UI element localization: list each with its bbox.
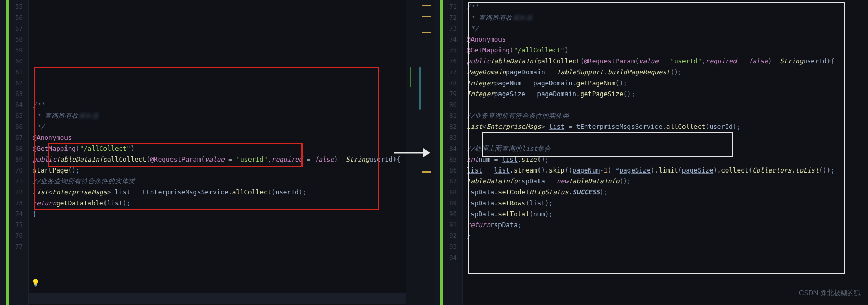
code-line[interactable] xyxy=(467,252,868,263)
line-number: 89 xyxy=(434,197,457,208)
code-line[interactable] xyxy=(467,132,868,143)
code-line[interactable] xyxy=(33,88,434,99)
line-number: 76 xyxy=(0,230,23,241)
code-line[interactable]: /** xyxy=(33,99,434,110)
code-line[interactable]: @Anonymous xyxy=(467,34,868,45)
line-number: 76 xyxy=(434,56,457,67)
code-line[interactable]: } xyxy=(467,230,868,241)
code-line[interactable]: startPage(); xyxy=(33,165,434,176)
code-line[interactable]: //处理上面查询的list集合 xyxy=(467,143,868,154)
line-number: 80 xyxy=(434,99,457,110)
code-line[interactable]: Integer pageSize = pageDomain.getPageSiz… xyxy=(467,88,868,99)
svg-marker-1 xyxy=(423,148,430,157)
line-number: 85 xyxy=(434,154,457,165)
code-line[interactable]: } xyxy=(33,208,434,219)
line-number: 68 xyxy=(0,143,23,154)
code-line[interactable] xyxy=(467,99,868,110)
right-editor-panel: 7172737475767778798081828384858687888990… xyxy=(434,0,868,305)
code-line[interactable]: * 查询所有收藏标题 xyxy=(33,110,434,121)
arrow-icon xyxy=(394,145,430,161)
line-number: 72 xyxy=(0,187,23,197)
line-number: 93 xyxy=(434,241,457,252)
line-number: 56 xyxy=(0,12,23,23)
code-line[interactable] xyxy=(33,263,434,274)
intention-bulb-icon[interactable]: 💡 xyxy=(31,279,40,287)
right-code-area[interactable]: /** * 查询所有收藏标题 */ @Anonymous @GetMapping… xyxy=(463,0,868,305)
vcs-change-stripe xyxy=(440,0,443,305)
code-line[interactable] xyxy=(33,67,434,77)
code-line[interactable] xyxy=(33,219,434,230)
code-line[interactable]: public TableDataInfo allCollect(@Request… xyxy=(33,154,434,165)
line-number: 79 xyxy=(434,88,457,99)
line-number: 64 xyxy=(0,99,23,110)
left-gutter: 5556575859606162636465666768697071727374… xyxy=(0,0,29,305)
code-line[interactable]: rspData.setTotal(num); xyxy=(467,208,868,219)
line-number: 61 xyxy=(0,67,23,77)
code-line[interactable]: PageDomain pageDomain = TableSupport.bui… xyxy=(467,67,868,77)
line-number: 83 xyxy=(434,132,457,143)
watermark: CSDN @北极糊的狐 xyxy=(799,288,861,298)
code-line[interactable] xyxy=(33,77,434,88)
code-line[interactable]: //业务查询所有符合条件的实体类 xyxy=(467,110,868,121)
code-line[interactable]: TableDataInfo rspData = new TableDataInf… xyxy=(467,176,868,187)
right-gutter: 7172737475767778798081828384858687888990… xyxy=(434,0,463,305)
line-number: 60 xyxy=(0,56,23,67)
line-number: 72 xyxy=(434,12,457,23)
code-line[interactable] xyxy=(33,241,434,252)
code-line[interactable]: @GetMapping("/allCollect") xyxy=(33,143,434,154)
line-number: 87 xyxy=(434,176,457,187)
current-line-highlight xyxy=(29,293,434,304)
code-line[interactable]: * 查询所有收藏标题 xyxy=(467,12,868,23)
line-number: 78 xyxy=(434,77,457,88)
code-line[interactable]: list = list.stream().skip((pageNum - 1) … xyxy=(467,165,868,176)
code-line[interactable] xyxy=(33,230,434,241)
code-line[interactable]: List<EnterpriseMsgs> list = tEnterpriseM… xyxy=(467,121,868,132)
left-editor-panel: 5556575859606162636465666768697071727374… xyxy=(0,0,434,305)
line-number: 81 xyxy=(434,110,457,121)
code-line[interactable] xyxy=(33,34,434,45)
left-code-area[interactable]: /** * 查询所有收藏标题 */ @Anonymous @GetMapping… xyxy=(29,0,434,305)
line-number: 71 xyxy=(0,176,23,187)
code-line[interactable]: Integer pageNum = pageDomain.getPageNum(… xyxy=(467,77,868,88)
line-number: 84 xyxy=(434,143,457,154)
line-number: 74 xyxy=(434,34,457,45)
line-number: 59 xyxy=(0,45,23,56)
line-number: 57 xyxy=(0,23,23,34)
line-number: 67 xyxy=(0,132,23,143)
line-number: 86 xyxy=(434,165,457,176)
code-line[interactable]: //业务查询所有符合条件的实体类 xyxy=(33,176,434,187)
code-line[interactable]: rspData.setRows(list); xyxy=(467,197,868,208)
code-line[interactable]: */ xyxy=(33,121,434,132)
code-line[interactable]: @Anonymous xyxy=(33,132,434,143)
line-number: 73 xyxy=(434,23,457,34)
line-number: 55 xyxy=(0,1,23,12)
line-number: 63 xyxy=(0,88,23,99)
line-number: 71 xyxy=(434,1,457,12)
line-number: 58 xyxy=(0,34,23,45)
line-number: 77 xyxy=(0,241,23,252)
code-line[interactable]: return rspData; xyxy=(467,219,868,230)
code-line[interactable] xyxy=(33,45,434,56)
line-number: 75 xyxy=(0,219,23,230)
line-number: 90 xyxy=(434,208,457,219)
code-line[interactable]: rspData.setCode(HttpStatus.SUCCESS); xyxy=(467,187,868,197)
line-number: 88 xyxy=(434,187,457,197)
line-number: 62 xyxy=(0,77,23,88)
code-line[interactable]: List<EnterpriseMsgs> list = tEnterpriseM… xyxy=(33,187,434,197)
code-line[interactable]: return getDataTable(list); xyxy=(33,197,434,208)
vcs-change-stripe xyxy=(6,0,9,305)
code-line[interactable] xyxy=(467,241,868,252)
line-number: 65 xyxy=(0,110,23,121)
code-line[interactable]: int num = list.size(); xyxy=(467,154,868,165)
code-line[interactable] xyxy=(33,56,434,67)
line-number: 92 xyxy=(434,230,457,241)
code-line[interactable] xyxy=(33,252,434,263)
code-line[interactable]: /** xyxy=(467,1,868,12)
code-line[interactable] xyxy=(33,274,434,285)
code-line[interactable]: @GetMapping("/allCollect") xyxy=(467,45,868,56)
line-number: 74 xyxy=(0,208,23,219)
line-number: 91 xyxy=(434,219,457,230)
code-line[interactable]: public TableDataInfo allCollect(@Request… xyxy=(467,56,868,67)
code-line[interactable]: */ xyxy=(467,23,868,34)
line-number: 69 xyxy=(0,154,23,165)
